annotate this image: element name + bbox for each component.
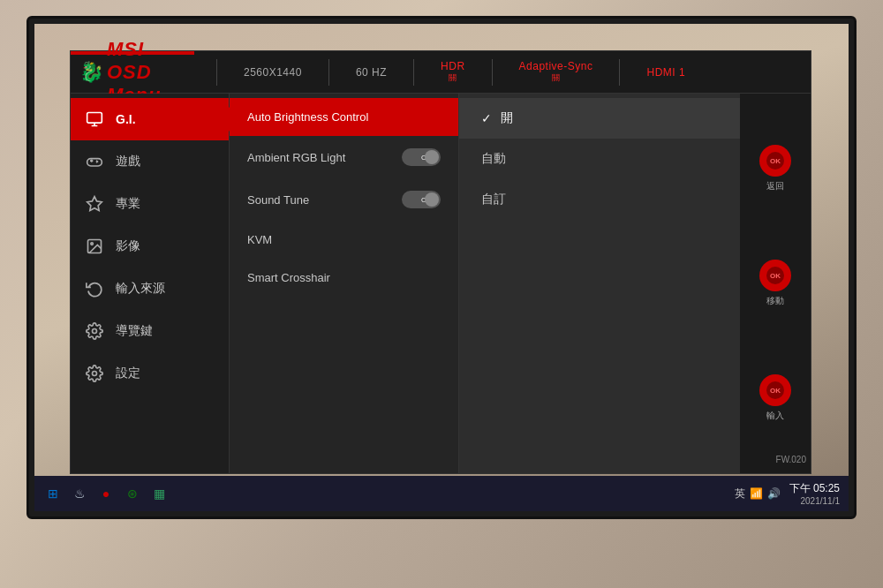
checkmark-icon: ✓ [481,111,492,125]
middle-panel: Auto Brightness Control Ambient RGB Ligh… [230,94,459,473]
enter-button[interactable]: OK [759,374,791,406]
back-button[interactable]: OK [759,145,791,177]
menu-item-ambient-rgb[interactable]: Ambient RGB Light OFF [230,136,458,178]
osd-overlay: 🐉 MSI OSD Menu 2560X1440 60 HZ HDR 關 Ada… [70,50,811,474]
sidebar-item-settings[interactable]: 設定 [71,352,229,395]
main-content: G.I. 遊戲 專業 [71,94,811,473]
smart-crosshair-label: Smart Crosshair [247,271,330,284]
gear-icon [84,363,105,384]
taskbar-windows-icon[interactable]: ⊞ [43,484,63,503]
back-control-group: OK 返回 [759,145,791,192]
sidebar-gaming-label: 遊戲 [116,154,140,170]
taskbar: ⊞ ♨ ● ⊛ ▦ 英 📶 🔊 下午 05:25 2021/11/1 [34,476,849,511]
taskbar-app1-icon[interactable]: ● [96,484,116,503]
back-label: 返回 [766,180,784,192]
sidebar-pro-label: 專業 [116,196,140,212]
svg-rect-0 [87,113,102,124]
menu-item-auto-brightness[interactable]: Auto Brightness Control [230,98,458,136]
sidebar-item-pro[interactable]: 專業 [71,183,229,225]
taskbar-xbox-icon[interactable]: ⊛ [123,484,142,503]
back-button-inner: OK [766,152,784,170]
sidebar-item-input[interactable]: 輸入來源 [71,268,229,310]
sidebar-image-label: 影像 [116,238,140,254]
taskbar-icons: ⊞ ♨ ● ⊛ ▦ [43,484,169,503]
monitor-screen: 🐉 MSI OSD Menu 2560X1440 60 HZ HDR 關 Ada… [34,24,849,511]
svg-point-4 [91,243,94,245]
firmware-version: FW.020 [776,455,806,464]
svg-point-5 [93,329,97,334]
taskbar-volume-icon: 🔊 [767,487,781,500]
divider-5 [619,59,620,86]
sidebar-item-nav[interactable]: 導覽鍵 [71,310,229,352]
taskbar-sys-icons: 英 📶 🔊 [735,486,781,501]
ambient-rgb-toggle-knob [425,150,439,164]
enter-btn-label: OK [770,387,781,395]
controls-panel: OK 返回 OK 移動 [740,94,811,473]
taskbar-time-display: 下午 05:25 [789,481,840,496]
sidebar: G.I. 遊戲 專業 [71,94,230,473]
enter-button-inner: OK [766,381,784,399]
taskbar-ime-indicator: 英 [735,486,745,501]
settings-icon [84,320,105,342]
sidebar-item-image[interactable]: 影像 [71,225,229,268]
sidebar-settings-label: 設定 [116,366,140,381]
monitor-bezel: 🐉 MSI OSD Menu 2560X1440 60 HZ HDR 關 Ada… [26,16,857,519]
refresh-rate-display: 60 HZ [356,66,387,79]
sidebar-item-gi[interactable]: G.I. [71,98,229,140]
sound-tune-toggle[interactable]: OFF [402,191,441,208]
ambient-rgb-label: Ambient RGB Light [247,151,345,164]
option-on[interactable]: ✓ 開 [459,98,740,139]
svg-marker-2 [87,197,102,211]
move-label: 移動 [766,295,784,307]
divider-1 [216,59,217,86]
right-panel: ✓ 開 自動 自訂 [459,94,740,473]
option-custom-label: 自訂 [481,192,506,207]
kvm-label: KVM [247,233,272,246]
monitor-icon [84,109,105,130]
top-bar: 🐉 MSI OSD Menu 2560X1440 60 HZ HDR 關 Ada… [71,51,811,94]
divider-2 [328,59,329,86]
option-on-label: 開 [501,110,513,126]
msi-dragon-icon: 🐉 [79,61,103,84]
menu-item-smart-crosshair[interactable]: Smart Crosshair [230,259,458,297]
input-icon [84,278,105,299]
hdr-display: HDR 關 [441,60,465,84]
taskbar-steam-icon[interactable]: ♨ [70,484,89,503]
taskbar-app2-icon[interactable]: ▦ [149,484,169,503]
auto-brightness-label: Auto Brightness Control [247,110,368,124]
sidebar-item-gaming[interactable]: 遊戲 [71,140,229,183]
enter-label: 輸入 [766,410,784,422]
option-auto-label: 自動 [481,151,506,167]
move-button-inner: OK [766,267,784,284]
adaptive-sync-display: Adaptive-Sync 關 [519,60,593,84]
menu-item-sound-tune[interactable]: Sound Tune OFF [230,178,458,221]
divider-4 [492,59,493,86]
sidebar-gi-label: G.I. [116,112,136,126]
star-icon [84,193,105,215]
image-icon [84,236,105,257]
taskbar-date-display: 2021/11/1 [789,496,840,506]
sidebar-input-label: 輸入來源 [116,281,165,297]
option-auto[interactable]: 自動 [459,139,740,179]
enter-control-group: OK 輸入 [759,374,791,422]
back-btn-label: OK [770,157,781,165]
move-button[interactable]: OK [759,260,791,291]
svg-point-6 [93,372,97,376]
osd-red-bar [71,51,194,55]
option-custom[interactable]: 自訂 [459,179,740,220]
sidebar-nav-label: 導覽鍵 [116,323,153,339]
menu-item-kvm[interactable]: KVM [230,221,458,259]
divider-3 [413,59,414,86]
sound-tune-label: Sound Tune [247,193,309,207]
resolution-display: 2560X1440 [244,66,302,79]
taskbar-right-area: 英 📶 🔊 下午 05:25 2021/11/1 [735,481,840,506]
taskbar-wifi-icon: 📶 [750,487,763,500]
move-btn-label: OK [770,272,781,280]
sound-tune-toggle-knob [425,192,439,207]
move-control-group: OK 移動 [759,260,791,307]
svg-rect-1 [87,159,102,166]
taskbar-clock: 下午 05:25 2021/11/1 [789,481,840,506]
ambient-rgb-toggle[interactable]: OFF [402,148,441,166]
gamepad-icon [84,151,105,172]
input-display: HDMI 1 [646,66,685,79]
